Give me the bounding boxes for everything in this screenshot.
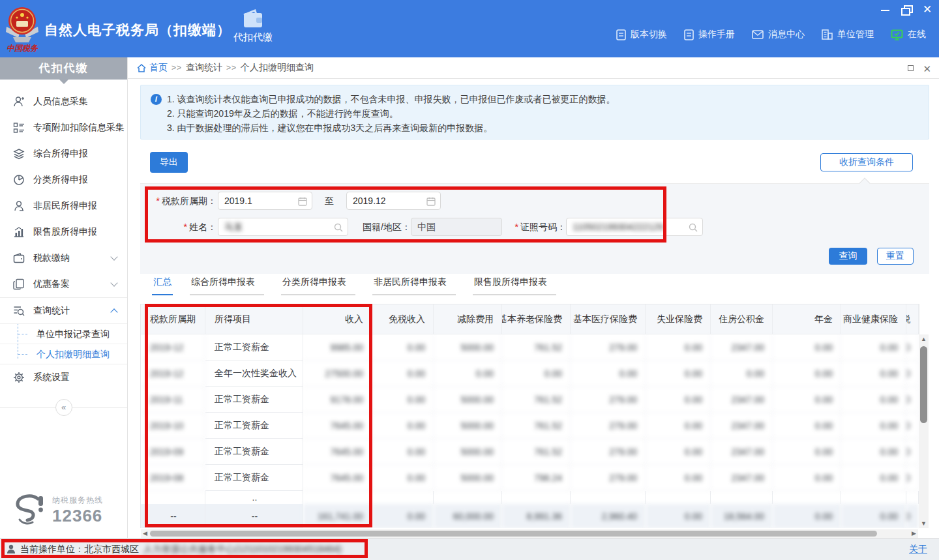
tab-restricted-stock-report[interactable]: 限售股所得申报表 (473, 276, 556, 295)
export-button[interactable]: 导出 (150, 152, 188, 173)
search-icon[interactable] (689, 223, 698, 232)
table-summary-row: ----161,741.000.0060,000.008,991.362,960… (141, 504, 919, 528)
calendar-icon[interactable] (298, 197, 307, 206)
sidebar-item-system-settings[interactable]: 系统设置 (0, 364, 127, 391)
tab-classified-income-report[interactable]: 分类所得申报表 (281, 276, 355, 295)
table-row[interactable]: 2019-11正常工资薪金9178.000.005000.00761.52279… (141, 387, 919, 413)
cell-amount: 0.00 (906, 334, 919, 361)
cell-amount: 0.00 (906, 361, 919, 387)
cell-amount: 0.00 (502, 361, 571, 387)
name-input[interactable]: 马某 (218, 218, 348, 236)
cell-amount (841, 491, 906, 504)
tab-comprehensive-income-report[interactable]: 综合所得申报表 (190, 276, 264, 295)
sidebar-subitem-unit-declaration-query[interactable]: 单位申报记录查询 (0, 323, 127, 344)
breadcrumb-home[interactable]: 首页 (137, 62, 168, 74)
cell-amount: 0.00 (773, 465, 841, 491)
main-content: 首页 >> 查询统计 >> 个人扣缴明细查询 ✕ i 1. 该查询统计表仅能查询… (128, 57, 939, 538)
cell-amount: 0.00 (711, 361, 773, 387)
reset-button[interactable]: 重置 (877, 248, 914, 265)
current-unit-blurred: 人力资源公共服务中心(12110102199304518464) (143, 544, 342, 555)
tab-module-daikou-daijiao[interactable]: 代扣代缴 (227, 9, 279, 52)
menu-version-switch[interactable]: 版本切换 (616, 29, 667, 40)
table-row[interactable]: 2019-08正常工资薪金7645.000.005000.00798.24279… (141, 465, 919, 491)
cell-amount: 27500.00 (303, 361, 372, 387)
cell-amount: 2,960.40 (571, 504, 646, 528)
cell-period: 2019-12 (141, 334, 205, 361)
breadcrumb-separator: >> (171, 63, 182, 72)
table-column-header: 年金 (773, 304, 841, 334)
sidebar-item-personnel-info[interactable]: 人员信息采集 (0, 89, 127, 115)
cell-amount: 0.00 (841, 465, 906, 491)
notice-line: 2. 只能查询2019年及之后的数据，不能进行跨年度查询。 (167, 106, 919, 121)
query-button[interactable]: 查询 (829, 248, 867, 265)
table-column-header: 所得项目 (205, 304, 303, 334)
table-column-header: 基本养老保险费 (502, 304, 571, 334)
sidebar-item-query-statistics[interactable]: 查询统计 (0, 297, 127, 323)
cell-amount: 0.00 (372, 361, 434, 387)
user-icon (7, 544, 16, 554)
search-icon[interactable] (334, 223, 343, 232)
copy-icon (13, 278, 25, 290)
id-number-input[interactable]: 110502199304222129 (566, 218, 703, 236)
tab-nonresident-income-report[interactable]: 非居民所得申报表 (372, 276, 456, 295)
panel-maximize-button[interactable] (908, 65, 914, 71)
sidebar-item-special-deduction[interactable]: 专项附加扣除信息采集 (0, 115, 127, 141)
horizontal-scrollbar[interactable]: ◀ ▶ (141, 529, 918, 538)
notice-line: 3. 由于数据处理的滞后性，建议您在申报成功3天之后再来查询最新的申报数据。 (167, 121, 919, 135)
cell-amount: 161,741.00 (303, 504, 372, 528)
cell-amount: 761.52 (502, 387, 571, 413)
breadcrumb: 首页 >> 查询统计 >> 个人扣缴明细查询 ✕ (128, 57, 939, 79)
window-restore-button[interactable] (901, 5, 912, 14)
cell-amount: 761.52 (502, 439, 571, 465)
info-icon: i (151, 94, 162, 105)
cell-amount: 0.00 (773, 504, 841, 528)
menu-manual[interactable]: 操作手册 (684, 29, 735, 40)
wallet-icon (13, 252, 25, 264)
collapse-query-conditions-button[interactable]: 收折查询条件 (820, 153, 913, 171)
scroll-right-arrow[interactable]: ▶ (910, 529, 918, 538)
tab-summary[interactable]: 汇总 (152, 276, 173, 295)
table-row[interactable]: 2019-12正常工资薪金9985.000.005000.00761.52279… (141, 334, 919, 361)
sidebar-header: 代扣代缴 (0, 57, 127, 80)
cell-amount: 5000.00 (434, 387, 502, 413)
period-to-input[interactable]: 2019.12 (346, 192, 441, 210)
cell-amount: 0.00 (372, 465, 434, 491)
sidebar-item-tax-payment[interactable]: 税款缴纳 (0, 245, 127, 271)
scroll-down-arrow[interactable]: ▼ (919, 519, 929, 528)
panel-close-button[interactable]: ✕ (923, 63, 931, 75)
vertical-scrollbar[interactable]: ▲ ▼ (919, 334, 929, 528)
sidebar-item-preferential-filing[interactable]: 优惠备案 (0, 271, 127, 297)
cell-income-item: 正常工资薪金 (205, 387, 303, 413)
window-minimize-button[interactable] (880, 5, 891, 14)
period-from-input[interactable]: 2019.1 (218, 192, 312, 210)
table-row[interactable]: 2019-10正常工资薪金7645.000.005000.00761.52279… (141, 413, 919, 439)
current-unit-label: 当前操作单位：北京市西城区 (20, 544, 139, 555)
table-column-header: 收入 (303, 304, 372, 334)
sidebar-collapse-button[interactable]: « (55, 399, 72, 416)
scroll-up-arrow[interactable]: ▲ (919, 334, 929, 344)
sidebar-item-classified-income[interactable]: 分类所得申报 (0, 167, 127, 193)
table-row[interactable]: 2019-09正常工资薪金7645.000.005000.00761.52279… (141, 439, 919, 465)
sidebar-collapse-divider: « (0, 407, 127, 408)
cell-amount: 5000.00 (434, 413, 502, 439)
cell-period: 2019-08 (141, 465, 205, 491)
scroll-left-arrow[interactable]: ◀ (141, 529, 149, 538)
sidebar-subitem-personal-withholding-query[interactable]: 个人扣缴明细查询 (0, 344, 127, 364)
vertical-scroll-thumb[interactable] (920, 346, 927, 423)
window-controls: ✕ (880, 5, 932, 14)
about-link[interactable]: 关于 (909, 544, 927, 555)
menu-unit-management[interactable]: 单位管理 (822, 29, 874, 40)
horizontal-scroll-thumb[interactable] (150, 531, 877, 537)
menu-message-center[interactable]: 消息中心 (752, 29, 805, 40)
app-title: 自然人电子税务局（扣缴端） (44, 21, 231, 39)
window-close-button[interactable]: ✕ (922, 5, 932, 14)
sidebar-item-nonresident-income[interactable]: 非居民所得申报 (0, 193, 127, 219)
menu-online-status[interactable]: 在线 (891, 29, 926, 40)
cell-period (141, 491, 205, 504)
sidebar-item-comprehensive-income[interactable]: 综合所得申报 (0, 141, 127, 167)
cell-amount: 0.00 (646, 465, 711, 491)
breadcrumb-level1[interactable]: 查询统计 (186, 62, 222, 74)
sidebar-item-restricted-stock[interactable]: 限售股所得申报 (0, 219, 127, 245)
table-row[interactable]: 2019-12全年一次性奖金收入27500.000.000.000.000.00… (141, 361, 919, 387)
calendar-icon[interactable] (426, 197, 436, 206)
